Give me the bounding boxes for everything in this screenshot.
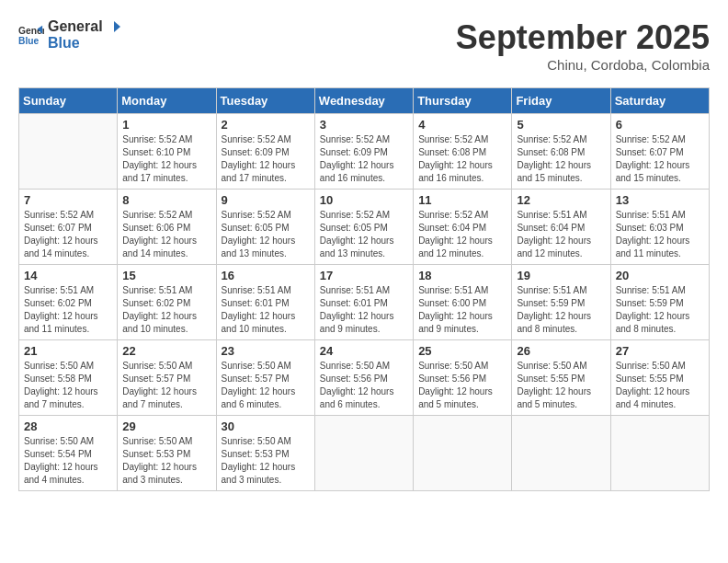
- day-info: Sunrise: 5:51 AMSunset: 6:01 PMDaylight:…: [222, 284, 310, 336]
- calendar-table: SundayMondayTuesdayWednesdayThursdayFrid…: [18, 87, 710, 491]
- day-number: 24: [320, 344, 408, 358]
- day-number: 16: [222, 269, 310, 282]
- calendar-cell: 29Sunrise: 5:50 AMSunset: 5:53 PMDayligh…: [118, 416, 216, 491]
- weekday-header-tuesday: Tuesday: [216, 88, 314, 114]
- day-info: Sunrise: 5:52 AMSunset: 6:06 PMDaylight:…: [122, 209, 210, 260]
- day-info: Sunrise: 5:51 AMSunset: 6:02 PMDaylight:…: [122, 284, 210, 336]
- logo: General Blue General Blue: [18, 18, 121, 52]
- day-info: Sunrise: 5:51 AMSunset: 5:59 PMDaylight:…: [616, 284, 704, 336]
- day-number: 21: [24, 344, 112, 358]
- day-info: Sunrise: 5:52 AMSunset: 6:10 PMDaylight:…: [122, 133, 210, 185]
- calendar-cell: 25Sunrise: 5:50 AMSunset: 5:56 PMDayligh…: [414, 340, 512, 416]
- weekday-header-sunday: Sunday: [19, 88, 118, 114]
- logo-blue: Blue: [48, 35, 80, 51]
- day-number: 2: [222, 118, 310, 132]
- page-header: General Blue General Blue September 2025…: [18, 18, 710, 73]
- day-info: Sunrise: 5:51 AMSunset: 6:00 PMDaylight:…: [418, 284, 506, 336]
- week-row-2: 7Sunrise: 5:52 AMSunset: 6:07 PMDaylight…: [19, 190, 710, 265]
- day-number: 11: [418, 193, 506, 207]
- day-info: Sunrise: 5:52 AMSunset: 6:07 PMDaylight:…: [24, 209, 112, 260]
- weekday-header-row: SundayMondayTuesdayWednesdayThursdayFrid…: [19, 88, 710, 114]
- day-info: Sunrise: 5:51 AMSunset: 6:02 PMDaylight:…: [24, 284, 112, 336]
- calendar-cell: 15Sunrise: 5:51 AMSunset: 6:02 PMDayligh…: [118, 265, 216, 340]
- day-number: 30: [222, 419, 310, 433]
- day-info: Sunrise: 5:52 AMSunset: 6:05 PMDaylight:…: [320, 209, 408, 260]
- day-number: 7: [24, 193, 112, 207]
- calendar-cell: [314, 416, 413, 491]
- day-number: 18: [418, 269, 506, 282]
- calendar-cell: 19Sunrise: 5:51 AMSunset: 5:59 PMDayligh…: [512, 265, 610, 340]
- day-number: 3: [320, 118, 408, 132]
- weekday-header-friday: Friday: [512, 88, 610, 114]
- day-info: Sunrise: 5:50 AMSunset: 5:56 PMDaylight:…: [418, 360, 506, 411]
- day-info: Sunrise: 5:50 AMSunset: 5:54 PMDaylight:…: [24, 435, 112, 487]
- day-number: 14: [24, 269, 112, 282]
- weekday-header-monday: Monday: [118, 88, 216, 114]
- calendar-cell: 11Sunrise: 5:52 AMSunset: 6:04 PMDayligh…: [414, 190, 512, 265]
- day-info: Sunrise: 5:52 AMSunset: 6:05 PMDaylight:…: [222, 209, 310, 260]
- day-number: 26: [517, 344, 605, 358]
- day-number: 20: [616, 269, 704, 282]
- calendar-cell: 28Sunrise: 5:50 AMSunset: 5:54 PMDayligh…: [19, 416, 118, 491]
- day-info: Sunrise: 5:50 AMSunset: 5:57 PMDaylight:…: [122, 360, 210, 411]
- calendar-cell: 14Sunrise: 5:51 AMSunset: 6:02 PMDayligh…: [19, 265, 118, 340]
- logo-arrow-icon: [105, 18, 121, 35]
- calendar-cell: 5Sunrise: 5:52 AMSunset: 6:08 PMDaylight…: [512, 114, 610, 190]
- logo-icon: General Blue: [18, 22, 44, 48]
- month-title: September 2025: [456, 18, 710, 57]
- day-number: 8: [122, 193, 210, 207]
- day-info: Sunrise: 5:52 AMSunset: 6:07 PMDaylight:…: [616, 133, 704, 185]
- week-row-4: 21Sunrise: 5:50 AMSunset: 5:58 PMDayligh…: [19, 340, 710, 416]
- calendar-cell: [414, 416, 512, 491]
- day-number: 9: [222, 193, 310, 207]
- day-number: 25: [418, 344, 506, 358]
- day-info: Sunrise: 5:50 AMSunset: 5:53 PMDaylight:…: [222, 435, 310, 487]
- week-row-5: 28Sunrise: 5:50 AMSunset: 5:54 PMDayligh…: [19, 416, 710, 491]
- calendar-cell: 17Sunrise: 5:51 AMSunset: 6:01 PMDayligh…: [314, 265, 413, 340]
- logo-general: General: [48, 18, 103, 35]
- day-info: Sunrise: 5:51 AMSunset: 6:04 PMDaylight:…: [517, 209, 605, 260]
- calendar-cell: 8Sunrise: 5:52 AMSunset: 6:06 PMDaylight…: [118, 190, 216, 265]
- calendar-cell: 20Sunrise: 5:51 AMSunset: 5:59 PMDayligh…: [610, 265, 709, 340]
- day-info: Sunrise: 5:52 AMSunset: 6:08 PMDaylight:…: [517, 133, 605, 185]
- calendar-cell: 21Sunrise: 5:50 AMSunset: 5:58 PMDayligh…: [19, 340, 118, 416]
- calendar-cell: 7Sunrise: 5:52 AMSunset: 6:07 PMDaylight…: [19, 190, 118, 265]
- calendar-cell: [19, 114, 118, 190]
- day-info: Sunrise: 5:50 AMSunset: 5:56 PMDaylight:…: [320, 360, 408, 411]
- calendar-cell: [512, 416, 610, 491]
- location-subtitle: Chinu, Cordoba, Colombia: [456, 57, 710, 73]
- day-number: 6: [616, 118, 704, 132]
- calendar-cell: 30Sunrise: 5:50 AMSunset: 5:53 PMDayligh…: [216, 416, 314, 491]
- calendar-cell: 24Sunrise: 5:50 AMSunset: 5:56 PMDayligh…: [314, 340, 413, 416]
- day-number: 10: [320, 193, 408, 207]
- day-number: 5: [517, 118, 605, 132]
- svg-text:Blue: Blue: [18, 36, 40, 46]
- day-info: Sunrise: 5:51 AMSunset: 5:59 PMDaylight:…: [517, 284, 605, 336]
- day-info: Sunrise: 5:50 AMSunset: 5:55 PMDaylight:…: [616, 360, 704, 411]
- day-number: 1: [122, 118, 210, 132]
- calendar-cell: 27Sunrise: 5:50 AMSunset: 5:55 PMDayligh…: [610, 340, 709, 416]
- calendar-cell: 23Sunrise: 5:50 AMSunset: 5:57 PMDayligh…: [216, 340, 314, 416]
- calendar-cell: 12Sunrise: 5:51 AMSunset: 6:04 PMDayligh…: [512, 190, 610, 265]
- calendar-cell: 2Sunrise: 5:52 AMSunset: 6:09 PMDaylight…: [216, 114, 314, 190]
- day-info: Sunrise: 5:50 AMSunset: 5:57 PMDaylight:…: [222, 360, 310, 411]
- weekday-header-saturday: Saturday: [610, 88, 709, 114]
- day-number: 23: [222, 344, 310, 358]
- calendar-cell: 18Sunrise: 5:51 AMSunset: 6:00 PMDayligh…: [414, 265, 512, 340]
- calendar-cell: 6Sunrise: 5:52 AMSunset: 6:07 PMDaylight…: [610, 114, 709, 190]
- day-info: Sunrise: 5:52 AMSunset: 6:04 PMDaylight:…: [418, 209, 506, 260]
- calendar-cell: 1Sunrise: 5:52 AMSunset: 6:10 PMDaylight…: [118, 114, 216, 190]
- title-block: September 2025 Chinu, Cordoba, Colombia: [456, 18, 710, 73]
- day-number: 4: [418, 118, 506, 132]
- day-number: 19: [517, 269, 605, 282]
- day-info: Sunrise: 5:52 AMSunset: 6:09 PMDaylight:…: [320, 133, 408, 185]
- calendar-cell: [610, 416, 709, 491]
- calendar-cell: 4Sunrise: 5:52 AMSunset: 6:08 PMDaylight…: [414, 114, 512, 190]
- day-info: Sunrise: 5:50 AMSunset: 5:58 PMDaylight:…: [24, 360, 112, 411]
- day-number: 17: [320, 269, 408, 282]
- day-number: 12: [517, 193, 605, 207]
- calendar-cell: 22Sunrise: 5:50 AMSunset: 5:57 PMDayligh…: [118, 340, 216, 416]
- calendar-cell: 9Sunrise: 5:52 AMSunset: 6:05 PMDaylight…: [216, 190, 314, 265]
- calendar-cell: 10Sunrise: 5:52 AMSunset: 6:05 PMDayligh…: [314, 190, 413, 265]
- day-number: 13: [616, 193, 704, 207]
